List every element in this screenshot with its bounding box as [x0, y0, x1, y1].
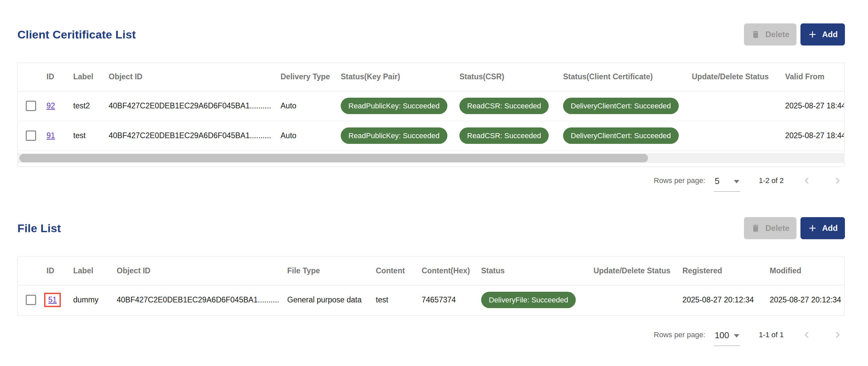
table-row: 91 test 40BF427C2E0DEB1EC29A6D6F045BA1..… — [18, 121, 844, 151]
status-badge: DeliveryClientCert: Succeeded — [563, 127, 679, 144]
rows-per-page-label: Rows per page: — [654, 176, 705, 185]
row-checkbox[interactable] — [26, 295, 36, 305]
cell-registered: 2025-08-27 20:12:34 — [680, 285, 767, 315]
trash-icon — [751, 30, 760, 39]
cell-modified: 2025-08-27 20:12:34 — [767, 285, 844, 315]
chevron-left-icon — [802, 176, 812, 186]
header-id: ID — [44, 63, 70, 91]
cell-content-hex: 74657374 — [419, 285, 478, 315]
next-page-button[interactable] — [833, 330, 843, 340]
header-object-id: Object ID — [114, 257, 284, 285]
cell-object-id: 40BF427C2E0DEB1EC29A6D6F045BA1.......... — [114, 285, 284, 315]
plus-icon — [808, 30, 817, 39]
status-badge: ReadPublicKey: Succeeded — [341, 98, 447, 114]
header-registered: Registered — [680, 257, 767, 285]
cell-content: test — [373, 285, 419, 315]
page-title: File List — [18, 222, 61, 235]
cell-delivery-type: Auto — [278, 91, 338, 121]
client-cert-table: ID Label Object ID Delivery Type Status(… — [18, 63, 844, 151]
header-content-hex: Content(Hex) — [419, 257, 478, 285]
chevron-right-icon — [833, 330, 843, 340]
table-header-row: ID Label Object ID Delivery Type Status(… — [18, 63, 844, 91]
cell-update-delete-status — [591, 285, 680, 315]
cell-valid-from: 2025-08-27 18:44:17 — [782, 91, 844, 121]
row-id-link[interactable]: 92 — [46, 101, 55, 110]
add-button[interactable]: Add — [801, 23, 845, 45]
client-cert-pagination: Rows per page: 5 1-2 of 2 — [654, 171, 843, 191]
cell-update-delete-status — [689, 91, 782, 121]
rows-per-page-label: Rows per page: — [654, 331, 705, 339]
pagination-range: 1-1 of 1 — [759, 331, 784, 339]
horizontal-scrollbar-thumb[interactable] — [20, 154, 648, 162]
pagination-range: 1-2 of 2 — [759, 176, 784, 185]
header-file-type: File Type — [284, 257, 373, 285]
rows-per-page-select[interactable]: 100 — [714, 330, 740, 346]
previous-page-button[interactable] — [802, 330, 812, 340]
horizontal-scrollbar-track[interactable] — [18, 153, 844, 163]
cell-file-type: General purpose data — [284, 285, 373, 315]
file-list-pagination: Rows per page: 100 1-1 of 1 — [654, 325, 843, 345]
row-id-link[interactable]: 91 — [46, 131, 55, 140]
status-badge: ReadPublicKey: Succeeded — [341, 127, 447, 144]
file-list-table: ID Label Object ID File Type Content Con… — [18, 257, 844, 315]
trash-icon — [751, 223, 760, 233]
header-status-client-certificate: Status(Client Certificate) — [560, 63, 689, 91]
header-label: Label — [70, 63, 106, 91]
header-checkbox-spacer — [18, 63, 44, 91]
header-status: Status — [478, 257, 591, 285]
caret-down-icon — [734, 334, 739, 338]
header-object-id: Object ID — [106, 63, 278, 91]
cell-object-id: 40BF427C2E0DEB1EC29A6D6F045BA1.......... — [106, 121, 278, 151]
header-status-csr: Status(CSR) — [457, 63, 560, 91]
cell-update-delete-status — [689, 121, 782, 151]
chevron-left-icon — [802, 330, 812, 340]
add-button-label: Add — [822, 223, 838, 233]
client-cert-table-card: ID Label Object ID Delivery Type Status(… — [18, 63, 845, 166]
header-delivery-type: Delivery Type — [278, 63, 338, 91]
previous-page-button[interactable] — [802, 176, 812, 186]
chevron-right-icon — [833, 176, 843, 186]
client-cert-toolbar: Delete Add — [744, 23, 845, 45]
row-checkbox[interactable] — [26, 130, 36, 141]
rows-per-page-value: 100 — [715, 330, 729, 340]
table-row: 92 test2 40BF427C2E0DEB1EC29A6D6F045BA1.… — [18, 91, 844, 121]
status-badge: DeliveryFile: Succeeded — [481, 292, 576, 308]
add-button[interactable]: Add — [801, 217, 845, 239]
page-title: Client Ceritificate List — [18, 28, 136, 41]
header-modified: Modified — [767, 257, 844, 285]
delete-button[interactable]: Delete — [744, 217, 797, 239]
status-badge: DeliveryClientCert: Succeeded — [563, 98, 679, 114]
delete-button[interactable]: Delete — [744, 23, 797, 45]
file-list-toolbar: Delete Add — [744, 217, 845, 239]
cell-label: test2 — [70, 91, 106, 121]
header-status-key-pair: Status(Key Pair) — [338, 63, 457, 91]
client-cert-section-header: Client Ceritificate List Delete Add — [18, 23, 845, 45]
plus-icon — [808, 223, 817, 233]
cell-delivery-type: Auto — [278, 121, 338, 151]
file-list-table-card: ID Label Object ID File Type Content Con… — [18, 256, 845, 316]
header-id: ID — [44, 257, 70, 285]
rows-per-page-value: 5 — [715, 176, 719, 186]
next-page-button[interactable] — [833, 176, 843, 186]
table-header-row: ID Label Object ID File Type Content Con… — [18, 257, 844, 285]
cell-valid-from: 2025-08-27 18:44:31 — [782, 121, 844, 151]
cell-label: dummy — [70, 285, 114, 315]
status-badge: ReadCSR: Succeeded — [459, 98, 549, 114]
cell-object-id: 40BF427C2E0DEB1EC29A6D6F045BA1.......... — [106, 91, 278, 121]
header-update-delete-status: Update/Delete Status — [591, 257, 680, 285]
status-badge: ReadCSR: Succeeded — [459, 127, 549, 144]
caret-down-icon — [734, 180, 739, 183]
header-valid-from: Valid From — [782, 63, 844, 91]
header-checkbox-spacer — [18, 257, 44, 285]
add-button-label: Add — [822, 30, 838, 39]
delete-button-label: Delete — [765, 30, 789, 39]
header-label: Label — [70, 257, 114, 285]
rows-per-page-select[interactable]: 5 — [714, 176, 740, 192]
table-row: 51 dummy 40BF427C2E0DEB1EC29A6D6F045BA1.… — [18, 285, 844, 315]
row-id-link[interactable]: 51 — [48, 296, 57, 304]
cell-label: test — [70, 121, 106, 151]
header-content: Content — [373, 257, 419, 285]
header-update-delete-status: Update/Delete Status — [689, 63, 782, 91]
delete-button-label: Delete — [765, 223, 789, 233]
row-checkbox[interactable] — [26, 101, 36, 111]
